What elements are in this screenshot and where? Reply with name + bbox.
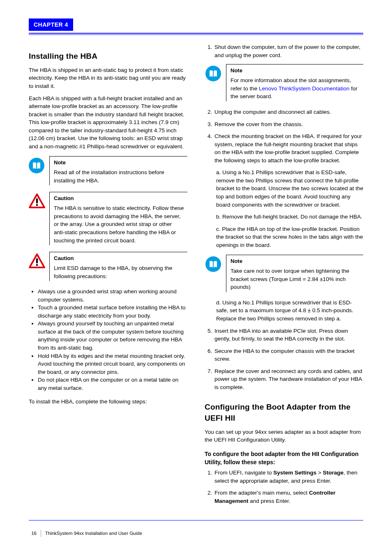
boot-step-1: From UEFI, navigate to System Settings >… bbox=[214, 469, 363, 485]
substep-d: d. Using a No.1 Phillips torque screwdri… bbox=[216, 299, 363, 323]
caution-text: The HBA is sensitive to static electrici… bbox=[54, 204, 186, 244]
boot-step-2: From the adapter's main menu, select Con… bbox=[214, 489, 363, 505]
link-lenovo-doc[interactable]: Lenovo ThinkSystem Documentation bbox=[259, 85, 349, 92]
page-number: 16 bbox=[29, 530, 41, 537]
note-slot-assignments: Note For more information about the slot… bbox=[205, 64, 363, 101]
step-5: Insert the HBA into an available PCIe sl… bbox=[214, 327, 363, 343]
note-r2-title: Note bbox=[231, 258, 362, 265]
warning-triangle-icon bbox=[29, 193, 45, 208]
install-steps: Shut down the computer, turn of the powe… bbox=[205, 43, 363, 391]
bullet-5: Do not place HBA on the computer or on a… bbox=[38, 376, 187, 392]
step-3: Remove the cover from the chassis. bbox=[214, 120, 363, 129]
caution2-text: Limit ESD damage to the HBA, by observin… bbox=[54, 264, 186, 280]
svg-rect-3 bbox=[36, 204, 38, 206]
note-read-instructions: Note Read all of the installation instru… bbox=[29, 156, 187, 185]
boot-steps: From UEFI, navigate to System Settings >… bbox=[205, 469, 363, 505]
bullet-1: Always use a grounded wrist strap when w… bbox=[38, 288, 187, 304]
svg-rect-5 bbox=[36, 258, 38, 263]
step-6: Secure the HBA to the computer chassis w… bbox=[214, 347, 363, 363]
para-intro-1: The HBA is shipped in an anti-static bag… bbox=[29, 66, 187, 90]
bs1-b1: System Settings bbox=[273, 470, 316, 476]
para-boot-intro: You can set up your 94xx series adapter … bbox=[205, 428, 363, 444]
bullet-4: Hold HBA by its edges and the metal moun… bbox=[38, 352, 187, 376]
book-icon bbox=[205, 66, 221, 81]
para-install-steps-intro: To install the HBA, complete the followi… bbox=[29, 398, 187, 406]
heading-configuring-boot: Configuring the Boot Adapter from the UE… bbox=[205, 401, 363, 424]
step4-text: Check the mounting bracket on the HBA. I… bbox=[214, 133, 362, 164]
book-icon bbox=[205, 256, 221, 272]
bs1-b2: Storage bbox=[323, 470, 344, 476]
bs1-m1: > bbox=[316, 470, 323, 476]
bs1-pre: From UEFI, navigate to bbox=[214, 470, 273, 476]
subheading-boot-steps: To configure the boot adapter from the H… bbox=[205, 450, 363, 467]
substep-b: b. Remove the full-height bracket. Do no… bbox=[216, 213, 363, 221]
footer-rule bbox=[29, 520, 363, 520]
bs2-end: and press Enter. bbox=[249, 498, 291, 504]
bullet-3: Always ground yourself by touching an un… bbox=[38, 320, 187, 352]
para-intro-2: Each HBA is shipped with a full-height b… bbox=[29, 94, 187, 151]
svg-rect-8 bbox=[213, 262, 214, 267]
svg-rect-6 bbox=[36, 264, 38, 266]
book-icon bbox=[29, 158, 44, 173]
step-7: Replace the cover and reconnect any cord… bbox=[214, 367, 363, 391]
caution-title: Caution bbox=[54, 195, 186, 203]
svg-rect-2 bbox=[36, 198, 38, 203]
heading-installing-hba: Installing the HBA bbox=[29, 51, 187, 62]
note-r2-text: Take care not to over torque when tighte… bbox=[231, 267, 362, 291]
left-column: Installing the HBA The HBA is shipped in… bbox=[29, 43, 187, 509]
caution2-title: Caution bbox=[54, 255, 186, 263]
caution-esd: Caution Limit ESD damage to the HBA, by … bbox=[29, 252, 187, 281]
step-4: Check the mounting bracket on the HBA. I… bbox=[214, 132, 363, 323]
svg-rect-7 bbox=[213, 71, 214, 76]
note-torque: Note Take care not to over torque when t… bbox=[205, 255, 363, 292]
step-2: Unplug the computer and disconnect all c… bbox=[214, 108, 363, 116]
note-r1-title: Note bbox=[231, 67, 362, 75]
step-1: Shut down the computer, turn of the powe… bbox=[214, 43, 363, 101]
header-double-rule bbox=[29, 33, 363, 35]
substep-a: a. Using a No.1 Phillips screwdriver tha… bbox=[216, 168, 363, 209]
chapter-badge: CHAPTER 4 bbox=[29, 18, 73, 31]
step1-text: Shut down the computer, turn of the powe… bbox=[214, 44, 360, 58]
svg-rect-0 bbox=[36, 164, 37, 168]
substep-c: c. Place the HBA on top of the low-profi… bbox=[216, 225, 363, 249]
note-text: Read all of the installation instruction… bbox=[54, 168, 186, 184]
bullet-2: Touch a grounded metal surface before in… bbox=[38, 304, 187, 320]
footer: 16 ThinkSystem 94xx Installation and Use… bbox=[29, 530, 363, 537]
caution-static: Caution The HBA is sensitive to static e… bbox=[29, 192, 187, 245]
note-title: Note bbox=[54, 159, 186, 167]
note-r1-text: For more information about the slot assi… bbox=[231, 76, 362, 101]
esd-bullets: Always use a grounded wrist strap when w… bbox=[29, 288, 187, 392]
bs2-pre: From the adapter's main menu, select bbox=[214, 490, 309, 496]
warning-triangle-icon bbox=[29, 253, 45, 268]
footer-text: ThinkSystem 94xx Installation and User G… bbox=[41, 530, 142, 537]
right-column: Shut down the computer, turn of the powe… bbox=[205, 43, 363, 509]
